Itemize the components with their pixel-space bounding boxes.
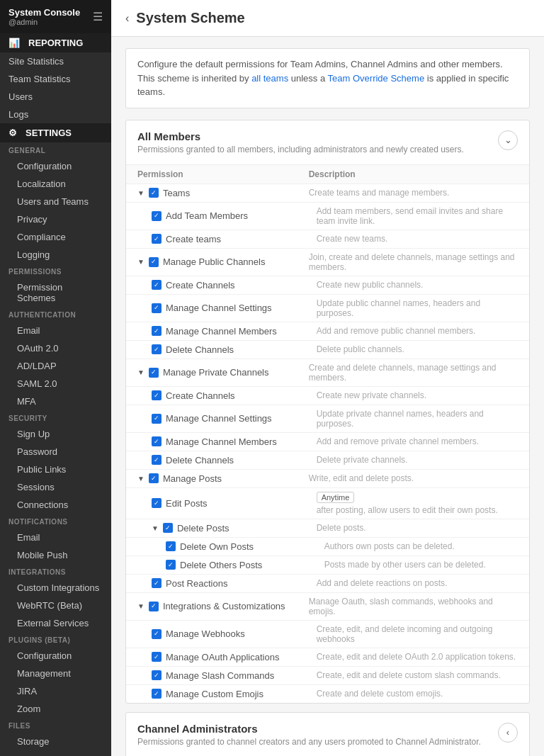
- sidebar-item-site-statistics[interactable]: Site Statistics: [0, 52, 111, 70]
- checkbox-teams[interactable]: [149, 188, 159, 198]
- sidebar-section-settings[interactable]: ⚙SETTINGS: [0, 123, 111, 142]
- expand-delete-posts-icon[interactable]: ▼: [152, 524, 159, 532]
- checkbox-manage-custom-emojis[interactable]: [152, 689, 162, 699]
- anytime-badge[interactable]: Anytime: [317, 492, 355, 503]
- checkbox-delete-channels-private[interactable]: [152, 455, 162, 465]
- checkbox-create-channels-public[interactable]: [152, 280, 162, 290]
- channel-admins-title: Channel Administrators: [137, 723, 481, 735]
- perm-add-team-members-label: Add Team Members: [166, 210, 248, 221]
- perm-teams-label: Teams: [163, 188, 190, 198]
- checkbox-create-channels-private[interactable]: [152, 390, 162, 400]
- perm-manage-channel-settings-private: Manage Channel Settings Update private c…: [126, 405, 529, 433]
- sidebar-label-files: FILES: [0, 718, 111, 733]
- sidebar-item-users[interactable]: Users: [0, 88, 111, 106]
- checkbox-edit-posts[interactable]: [152, 498, 162, 508]
- sidebar-item-privacy[interactable]: Privacy: [0, 210, 111, 228]
- sidebar-item-saml-2.0[interactable]: SAML 2.0: [0, 375, 111, 393]
- sidebar-label-permissions: PERMISSIONS: [0, 264, 111, 278]
- sidebar-label-authentication: AUTHENTICATION: [0, 307, 111, 322]
- sidebar-item-team-statistics[interactable]: Team Statistics: [0, 70, 111, 88]
- sidebar-item-email[interactable]: Email: [0, 529, 111, 546]
- checkbox-delete-own-posts[interactable]: [166, 541, 176, 551]
- perm-delete-channels-private-desc: Delete private channels.: [317, 455, 518, 465]
- checkbox-delete-posts[interactable]: [163, 523, 173, 533]
- checkbox-manage-slash-commands[interactable]: [152, 670, 162, 680]
- channel-admins-collapse-btn[interactable]: ‹: [498, 723, 518, 743]
- sidebar-item-zoom[interactable]: Zoom: [0, 700, 111, 718]
- sidebar-section-reporting[interactable]: 📊REPORTING: [0, 33, 111, 52]
- checkbox-manage-channel-members-public[interactable]: [152, 326, 162, 336]
- sidebar-item-public-links[interactable]: Public Links: [0, 461, 111, 478]
- sidebar-item-configuration[interactable]: Configuration: [0, 647, 111, 665]
- checkbox-integrations[interactable]: [149, 602, 159, 611]
- sidebar-item-permission-schemes[interactable]: Permission Schemes: [0, 278, 111, 307]
- sidebar-item-sign-up[interactable]: Sign Up: [0, 425, 111, 443]
- checkbox-manage-posts[interactable]: [149, 473, 159, 483]
- all-members-title: All Members: [137, 130, 464, 142]
- sidebar-item-localization[interactable]: Localization: [0, 175, 111, 193]
- perm-integrations-label: Integrations & Customizations: [163, 601, 285, 611]
- all-members-table: Permission Description ▼ Teams Create te…: [126, 164, 529, 703]
- back-arrow-icon[interactable]: ‹: [125, 12, 129, 25]
- sidebar-item-configuration[interactable]: Configuration: [0, 157, 111, 175]
- perm-manage-public-channels: ▼ Manage Public Channels Join, create an…: [126, 249, 529, 276]
- checkbox-manage-webhooks[interactable]: [152, 629, 162, 639]
- sidebar-item-mobile-push[interactable]: Mobile Push: [0, 546, 111, 564]
- checkbox-post-reactions[interactable]: [152, 578, 162, 588]
- perm-integrations-desc: Manage Oauth, slash commands, webhooks a…: [309, 597, 518, 616]
- sidebar-item-connections[interactable]: Connections: [0, 496, 111, 514]
- perm-manage-public-channels-desc: Join, create and delete channels, manage…: [309, 252, 518, 272]
- perm-manage-channel-members-private: Manage Channel Members Add and remove pr…: [126, 433, 529, 451]
- perm-manage-oauth-desc: Create, edit and delete OAuth 2.0 applic…: [317, 652, 518, 662]
- sidebar-item-ad/ldap[interactable]: AD/LDAP: [0, 357, 111, 375]
- sidebar-item-logging[interactable]: Logging: [0, 246, 111, 264]
- sidebar-label-integrations: INTEGRATIONS: [0, 564, 111, 579]
- checkbox-add-team-members[interactable]: [152, 211, 162, 221]
- sidebar-item-custom-integrations[interactable]: Custom Integrations: [0, 579, 111, 597]
- perm-delete-channels-public-label: Delete Channels: [166, 344, 234, 355]
- sidebar-item-external-services[interactable]: External Services: [0, 614, 111, 632]
- perm-edit-posts-desc-text: after posting, allow users to edit their…: [317, 505, 498, 515]
- sidebar-label-general: GENERAL: [0, 142, 111, 157]
- sidebar-item-sessions[interactable]: Sessions: [0, 478, 111, 496]
- sidebar-item-mfa[interactable]: MFA: [0, 393, 111, 410]
- perm-manage-posts: ▼ Manage Posts Write, edit and delete po…: [126, 470, 529, 488]
- sidebar-item-compliance[interactable]: Compliance: [0, 228, 111, 246]
- perm-delete-posts-label: Delete Posts: [177, 523, 230, 534]
- expand-integrations-icon[interactable]: ▼: [137, 602, 144, 610]
- checkbox-manage-channel-members-private[interactable]: [152, 436, 162, 446]
- checkbox-manage-oauth[interactable]: [152, 652, 162, 662]
- checkbox-delete-channels-public[interactable]: [152, 344, 162, 354]
- hamburger-icon[interactable]: ☰: [93, 10, 103, 23]
- checkbox-manage-public-channels[interactable]: [149, 257, 159, 267]
- sidebar-item-webrtc-beta[interactable]: WebRTC (Beta): [0, 597, 111, 614]
- checkbox-manage-private-channels[interactable]: [149, 368, 159, 378]
- page-header: ‹ System Scheme: [111, 0, 544, 37]
- checkbox-create-teams[interactable]: [152, 234, 162, 244]
- info-link-all-teams[interactable]: all teams: [251, 73, 288, 84]
- checkbox-manage-channel-settings-private[interactable]: [152, 414, 162, 424]
- sidebar-item-jira[interactable]: JIRA: [0, 682, 111, 700]
- sidebar-item-logs[interactable]: Logs: [0, 106, 111, 123]
- perm-manage-webhooks: Manage Webhooks Create, edit, and delete…: [126, 621, 529, 648]
- sidebar-item-users-and-teams[interactable]: Users and Teams: [0, 193, 111, 210]
- console-title: System Console: [8, 7, 80, 18]
- perm-delete-others-posts-desc: Posts made by other users can be deleted…: [324, 560, 518, 570]
- sidebar-item-email[interactable]: Email: [0, 322, 111, 339]
- sidebar-item-password[interactable]: Password: [0, 443, 111, 461]
- sidebar-item-management[interactable]: Management: [0, 665, 111, 682]
- perm-manage-channel-members-public-label: Manage Channel Members: [166, 326, 277, 337]
- info-link-team-override[interactable]: Team Override Scheme: [328, 73, 425, 84]
- checkbox-manage-channel-settings-public[interactable]: [152, 303, 162, 313]
- expand-manage-posts-icon[interactable]: ▼: [137, 475, 144, 483]
- perm-manage-public-channels-label: Manage Public Channels: [163, 256, 266, 267]
- sidebar-label-plugins (beta): PLUGINS (BETA): [0, 632, 111, 647]
- checkbox-delete-others-posts[interactable]: [166, 560, 176, 570]
- expand-teams-icon[interactable]: ▼: [137, 189, 144, 197]
- sidebar-item-oauth-2.0[interactable]: OAuth 2.0: [0, 339, 111, 357]
- expand-public-channels-icon[interactable]: ▼: [137, 258, 144, 266]
- perm-create-channels-public: Create Channels Create new public channe…: [126, 276, 529, 295]
- sidebar-item-storage[interactable]: Storage: [0, 733, 111, 750]
- expand-private-channels-icon[interactable]: ▼: [137, 368, 144, 376]
- all-members-collapse-btn[interactable]: ⌄: [498, 130, 518, 150]
